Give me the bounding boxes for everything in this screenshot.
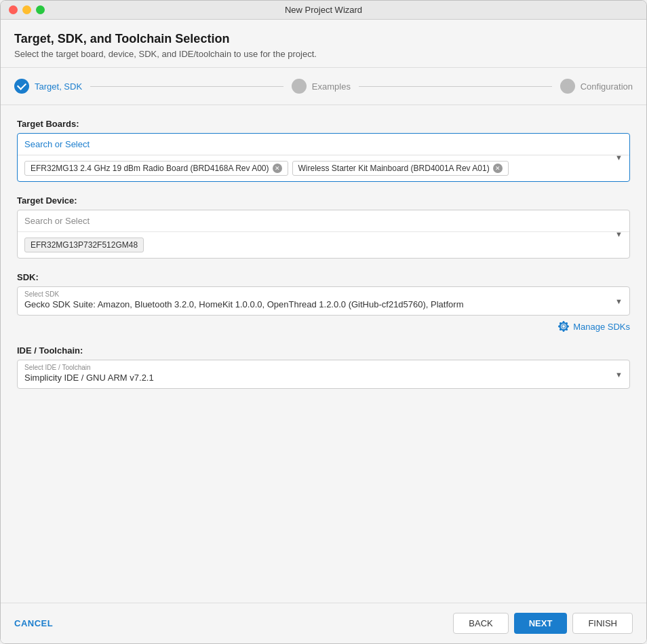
finish-button[interactable]: FINISH xyxy=(572,613,633,634)
step-2-circle xyxy=(292,79,307,94)
target-boards-select[interactable]: Search or Select xyxy=(18,134,629,155)
maximize-button[interactable] xyxy=(36,5,45,14)
ide-value: Simplicity IDE / GNU ARM v7.2.1 xyxy=(18,371,629,388)
sdk-value: Gecko SDK Suite: Amazon, Bluetooth 3.2.0… xyxy=(18,298,629,315)
ide-group: IDE / Toolchain: Select IDE / Toolchain … xyxy=(17,345,630,389)
window-title: New Project Wizard xyxy=(285,5,362,15)
target-device-label: Target Device: xyxy=(17,195,630,206)
step-3-label: Configuration xyxy=(581,81,633,92)
step-line-1 xyxy=(90,86,283,87)
sdk-select-wrapper[interactable]: Select SDK Gecko SDK Suite: Amazon, Blue… xyxy=(17,286,630,316)
target-boards-tags: EFR32MG13 2.4 GHz 19 dBm Radio Board (BR… xyxy=(18,155,629,181)
step-2: Examples xyxy=(292,79,351,94)
step-2-label: Examples xyxy=(312,81,351,92)
step-1-label: Target, SDK xyxy=(35,81,82,92)
ide-select-wrapper[interactable]: Select IDE / Toolchain Simplicity IDE / … xyxy=(17,360,630,389)
step-line-2 xyxy=(359,86,552,87)
page-subtitle: Select the target board, device, SDK, an… xyxy=(14,49,633,59)
cancel-button[interactable]: CANCEL xyxy=(14,618,53,628)
footer-right: BACK NEXT FINISH xyxy=(453,613,633,634)
target-device-select-wrapper: Search or Select ▼ EFR32MG13P732F512GM48 xyxy=(17,210,630,259)
step-1: Target, SDK xyxy=(14,79,82,94)
target-device-selected: EFR32MG13P732F512GM48 xyxy=(18,231,629,258)
target-board-tag-1: EFR32MG13 2.4 GHz 19 dBm Radio Board (BR… xyxy=(24,161,288,176)
target-board-tag-1-remove[interactable]: ✕ xyxy=(273,164,282,173)
manage-sdks-link[interactable]: Manage SDKs xyxy=(17,321,630,332)
target-board-tag-2-remove[interactable]: ✕ xyxy=(493,164,503,173)
manage-sdks-text: Manage SDKs xyxy=(573,322,630,332)
svg-point-0 xyxy=(296,83,302,89)
target-device-select[interactable]: Search or Select xyxy=(18,210,629,231)
step-3-circle xyxy=(560,79,575,94)
target-boards-select-wrapper: Search or Select ▼ EFR32MG13 2.4 GHz 19 … xyxy=(17,133,630,182)
sdk-label: SDK: xyxy=(17,272,630,282)
close-button[interactable] xyxy=(9,5,18,14)
target-device-group: Target Device: Search or Select ▼ EFR32M… xyxy=(17,195,630,259)
target-boards-placeholder: Search or Select xyxy=(24,139,90,149)
sdk-group: SDK: Select SDK Gecko SDK Suite: Amazon,… xyxy=(17,272,630,332)
footer: CANCEL BACK NEXT FINISH xyxy=(1,603,646,643)
target-board-tag-2-text: Wireless Starter Kit Mainboard (BRD4001A… xyxy=(298,164,490,173)
target-board-tag-1-text: EFR32MG13 2.4 GHz 19 dBm Radio Board (BR… xyxy=(31,164,269,173)
svg-point-1 xyxy=(565,83,570,89)
target-device-placeholder: Search or Select xyxy=(24,216,90,226)
ide-select-label: Select IDE / Toolchain xyxy=(18,360,629,371)
page-title: Target, SDK, and Toolchain Selection xyxy=(14,32,633,46)
footer-left: CANCEL xyxy=(14,618,53,628)
gear-icon xyxy=(558,321,569,332)
wizard-steps: Target, SDK Examples Configuration xyxy=(1,68,646,105)
main-content: Target Boards: Search or Select ▼ EFR32M… xyxy=(1,105,646,603)
minimize-button[interactable] xyxy=(22,5,31,14)
back-button[interactable]: BACK xyxy=(453,613,508,634)
target-boards-label: Target Boards: xyxy=(17,119,630,129)
next-button[interactable]: NEXT xyxy=(514,613,568,634)
title-bar: New Project Wizard xyxy=(1,1,646,20)
window-content: Target, SDK, and Toolchain Selection Sel… xyxy=(1,20,646,643)
main-window: New Project Wizard Target, SDK, and Tool… xyxy=(0,0,647,644)
target-board-tag-2: Wireless Starter Kit Mainboard (BRD4001A… xyxy=(292,161,509,176)
step-1-circle xyxy=(14,79,29,94)
window-controls xyxy=(9,5,45,14)
target-device-chip: EFR32MG13P732F512GM48 xyxy=(24,238,144,252)
step-3: Configuration xyxy=(560,79,633,94)
target-boards-group: Target Boards: Search or Select ▼ EFR32M… xyxy=(17,119,630,182)
ide-label: IDE / Toolchain: xyxy=(17,345,630,356)
page-header: Target, SDK, and Toolchain Selection Sel… xyxy=(1,20,646,68)
sdk-select-label: Select SDK xyxy=(18,287,629,298)
